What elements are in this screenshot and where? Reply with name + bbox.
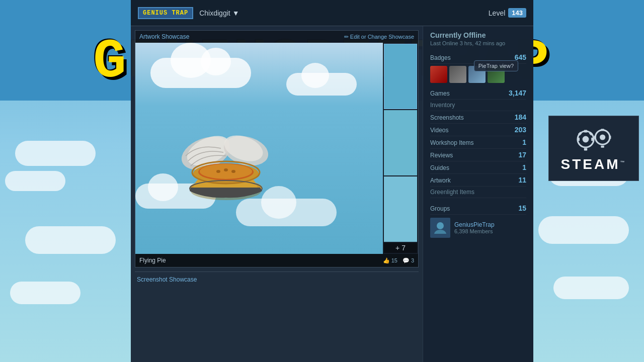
group-avatar-1 bbox=[430, 218, 450, 238]
comment-icon: 💬 bbox=[403, 257, 410, 264]
inventory-stat-row[interactable]: Inventory bbox=[430, 100, 526, 111]
svg-point-15 bbox=[437, 222, 444, 229]
group-item-1[interactable]: GeniusPieTrap 6,398 Members bbox=[430, 218, 526, 238]
like-stat: 👍 15 bbox=[383, 257, 397, 264]
flying-pie bbox=[166, 113, 286, 214]
artwork-label: Artwork bbox=[430, 177, 451, 184]
cloud-7 bbox=[553, 277, 629, 299]
screenshots-value: 184 bbox=[515, 113, 526, 121]
caption-stats: 👍 15 💬 3 bbox=[383, 257, 414, 264]
svg-point-17 bbox=[583, 136, 589, 143]
badge-1[interactable] bbox=[430, 66, 447, 83]
svg-rect-20 bbox=[577, 138, 580, 141]
showcase-title: Artwork Showcase bbox=[139, 33, 189, 40]
svg-rect-19 bbox=[584, 148, 587, 151]
profile-area: Artwork Showcase ✏ Edit or Change Showca… bbox=[131, 26, 533, 362]
inventory-label: Inventory bbox=[430, 102, 455, 109]
screenshots-label: Screenshots bbox=[430, 114, 464, 121]
comment-stat: 💬 3 bbox=[403, 257, 414, 264]
steam-icon bbox=[574, 124, 614, 154]
showcase-header: Artwork Showcase ✏ Edit or Change Showca… bbox=[135, 31, 418, 43]
genius-trap-logo: GENIUS TRAP bbox=[138, 7, 193, 19]
groups-value: 15 bbox=[518, 204, 526, 212]
cloud-1 bbox=[15, 141, 96, 166]
group-members-1: 6,398 Members bbox=[454, 228, 495, 234]
thumb-item-2[interactable] bbox=[384, 110, 417, 175]
cloud-3 bbox=[25, 226, 116, 254]
badge-2[interactable] bbox=[449, 66, 466, 83]
videos-value: 203 bbox=[515, 126, 526, 134]
last-online: Last Online 3 hrs, 42 mins ago bbox=[430, 40, 526, 46]
thumb-item-3[interactable] bbox=[384, 176, 417, 242]
svg-rect-26 bbox=[601, 129, 604, 131]
steam-logo-area: STEAM™ bbox=[548, 116, 639, 181]
username-dropdown[interactable]: Chixdiggit ▼ bbox=[199, 9, 239, 17]
like-icon: 👍 bbox=[383, 257, 390, 264]
svg-rect-21 bbox=[591, 138, 594, 141]
games-stat-row[interactable]: Games 3,147 bbox=[430, 87, 526, 100]
cloud-2 bbox=[5, 171, 65, 191]
cloud-4 bbox=[10, 282, 80, 304]
reviews-value: 17 bbox=[518, 151, 526, 159]
edit-showcase-button[interactable]: ✏ Edit or Change Showcase bbox=[344, 34, 414, 40]
artwork-sky bbox=[135, 43, 383, 254]
screenshot-showcase-header: Screenshot Showcase bbox=[135, 272, 419, 286]
group-name-1: GeniusPieTrap bbox=[454, 221, 495, 228]
username-label: Chixdiggit bbox=[199, 9, 230, 17]
level-badge: Level 143 bbox=[489, 8, 526, 18]
artwork-stat-row[interactable]: Artwork 11 bbox=[430, 174, 526, 187]
artwork-value: 11 bbox=[518, 176, 526, 184]
tooltip-user: PieTrap bbox=[478, 63, 498, 69]
guides-label: Guides bbox=[430, 164, 449, 171]
status-text: Currently Offline bbox=[430, 31, 526, 39]
workshop-value: 1 bbox=[522, 138, 526, 146]
workshop-label: Workshop Items bbox=[430, 139, 473, 146]
steam-panel: GENIUS TRAP Chixdiggit ▼ Level 143 Artwo… bbox=[131, 0, 533, 362]
badges-label: Badges bbox=[430, 54, 451, 61]
greenlight-label: Greenlight Items bbox=[430, 189, 474, 196]
screenshots-stat-row[interactable]: Screenshots 184 bbox=[430, 111, 526, 124]
steam-logo-text: STEAM™ bbox=[561, 156, 627, 172]
dropdown-arrow: ▼ bbox=[232, 9, 239, 17]
videos-stat-row[interactable]: Videos 203 bbox=[430, 124, 526, 136]
cloud-6 bbox=[538, 216, 629, 244]
showcase-body: + 7 bbox=[135, 43, 418, 254]
left-content: Artwork Showcase ✏ Edit or Change Showca… bbox=[131, 26, 423, 362]
tooltip-action: view? bbox=[500, 63, 514, 69]
like-count: 15 bbox=[391, 257, 397, 263]
artwork-cloud-2 bbox=[286, 73, 357, 96]
artwork-showcase: Artwork Showcase ✏ Edit or Change Showca… bbox=[135, 30, 419, 267]
screenshot-showcase-title: Screenshot Showcase bbox=[137, 276, 197, 283]
thumb-more-button[interactable]: + 7 bbox=[384, 243, 417, 253]
artwork-caption: Flying Pie 👍 15 💬 3 bbox=[135, 254, 418, 267]
groups-section: Groups 15 GeniusPieTrap 6,398 Members bbox=[430, 202, 526, 238]
level-value: 143 bbox=[508, 8, 526, 18]
svg-rect-18 bbox=[584, 130, 587, 133]
workshop-stat-row[interactable]: Workshop Items 1 bbox=[430, 136, 526, 149]
svg-point-10 bbox=[216, 170, 220, 173]
screenshot-showcase: Screenshot Showcase bbox=[135, 272, 419, 286]
reviews-stat-row[interactable]: Reviews 17 bbox=[430, 149, 526, 161]
groups-stat-row: Groups 15 bbox=[430, 202, 526, 215]
main-artwork bbox=[135, 43, 383, 254]
artwork-cloud-1 bbox=[150, 58, 251, 88]
svg-point-25 bbox=[600, 134, 605, 140]
offline-status: Currently Offline Last Online 3 hrs, 42 … bbox=[430, 31, 526, 46]
caption-title: Flying Pie bbox=[139, 257, 166, 264]
group-info-1: GeniusPieTrap 6,398 Members bbox=[454, 221, 495, 234]
pie-tooltip: PieTrap view? bbox=[474, 60, 518, 71]
games-value: 3,147 bbox=[509, 89, 526, 97]
level-label: Level bbox=[489, 9, 505, 17]
svg-point-11 bbox=[224, 168, 228, 171]
svg-rect-27 bbox=[601, 146, 604, 148]
groups-label: Groups bbox=[430, 205, 450, 212]
greenlight-stat-row[interactable]: Greenlight Items bbox=[430, 187, 526, 198]
reviews-label: Reviews bbox=[430, 152, 453, 159]
comment-count: 3 bbox=[411, 257, 414, 263]
guides-stat-row[interactable]: Guides 1 bbox=[430, 161, 526, 174]
guides-value: 1 bbox=[522, 163, 526, 171]
top-nav: GENIUS TRAP Chixdiggit ▼ Level 143 bbox=[131, 0, 533, 26]
thumb-sidebar: + 7 bbox=[383, 43, 418, 254]
thumb-item-1[interactable] bbox=[384, 44, 417, 109]
steam-tm: ™ bbox=[620, 160, 627, 165]
